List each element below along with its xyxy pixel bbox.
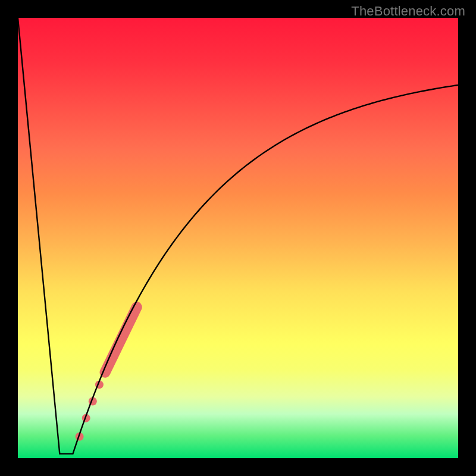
plot-area [18, 18, 458, 458]
watermark-text: TheBottleneck.com [351, 4, 465, 19]
curve-line [18, 18, 458, 454]
chart-svg [18, 18, 458, 458]
highlight-band [105, 307, 137, 372]
chart-container: TheBottleneck.com [0, 0, 476, 476]
